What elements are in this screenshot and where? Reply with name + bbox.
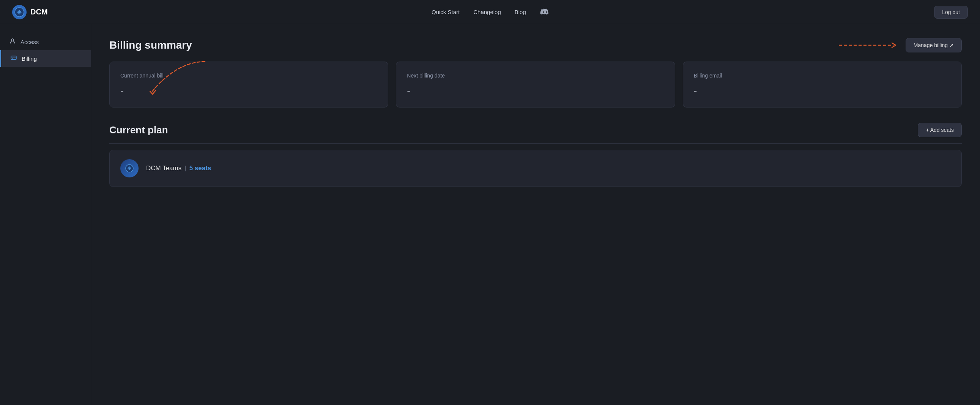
billing-email-value: - xyxy=(694,85,951,97)
nav-blog[interactable]: Blog xyxy=(515,9,526,15)
nav-changelog[interactable]: Changelog xyxy=(473,9,501,15)
dcm-logo-icon xyxy=(12,5,27,19)
plan-info: DCM Teams | 5 seats xyxy=(146,164,211,172)
app-header: DCM Quick Start Changelog Blog Log out xyxy=(0,0,980,24)
svg-rect-6 xyxy=(12,58,13,59)
discord-icon[interactable] xyxy=(540,7,550,18)
current-annual-bill-value: - xyxy=(120,85,377,97)
svg-point-3 xyxy=(11,39,14,41)
credit-card-icon xyxy=(10,55,17,62)
nav-quick-start[interactable]: Quick Start xyxy=(431,9,460,15)
next-billing-date-value: - xyxy=(407,85,664,97)
plan-name: DCM Teams xyxy=(146,164,181,172)
dashed-arrow-icon xyxy=(839,41,899,50)
billing-summary-title: Billing summary xyxy=(109,39,192,51)
plan-separator: | xyxy=(185,164,186,172)
sidebar-item-access-label: Access xyxy=(21,39,39,45)
billing-summary-header: Billing summary Manage billing ↗ xyxy=(109,38,962,53)
billing-email-card: Billing email - xyxy=(683,62,962,107)
current-plan-section: Current plan + Add seats DCM Teams | 5 s… xyxy=(109,123,962,187)
next-billing-date-card: Next billing date - xyxy=(396,62,675,107)
plan-divider xyxy=(109,143,962,144)
current-plan-title: Current plan xyxy=(109,124,168,136)
header-left: DCM xyxy=(12,5,48,19)
svg-point-9 xyxy=(129,167,130,169)
sidebar: Access Billing xyxy=(0,24,91,405)
sidebar-item-billing[interactable]: Billing xyxy=(0,50,91,67)
sidebar-item-billing-label: Billing xyxy=(22,56,37,62)
billing-cards-row: Current annual bill - Next billing date … xyxy=(109,62,962,107)
next-billing-date-label: Next billing date xyxy=(407,73,664,79)
current-plan-header: Current plan + Add seats xyxy=(109,123,962,137)
app-layout: Access Billing Billin xyxy=(0,24,980,405)
add-seats-button[interactable]: + Add seats xyxy=(918,123,962,137)
current-annual-bill-card: Current annual bill - xyxy=(109,62,388,107)
sidebar-item-access[interactable]: Access xyxy=(0,33,91,50)
person-icon xyxy=(9,38,16,46)
header-nav: Quick Start Changelog Blog xyxy=(431,7,550,18)
plan-seats: 5 seats xyxy=(189,164,212,172)
manage-billing-button[interactable]: Manage billing ↗ xyxy=(905,38,962,53)
billing-summary-actions: Manage billing ↗ xyxy=(839,38,962,53)
plan-logo-icon xyxy=(120,159,138,177)
current-annual-bill-label: Current annual bill xyxy=(120,73,377,79)
main-content: Billing summary Manage billing ↗ Current… xyxy=(91,24,980,405)
plan-card: DCM Teams | 5 seats xyxy=(109,150,962,187)
logout-button[interactable]: Log out xyxy=(934,6,968,19)
svg-rect-4 xyxy=(11,56,16,60)
header-brand: DCM xyxy=(30,8,48,16)
billing-email-label: Billing email xyxy=(694,73,951,79)
svg-point-2 xyxy=(18,11,21,13)
